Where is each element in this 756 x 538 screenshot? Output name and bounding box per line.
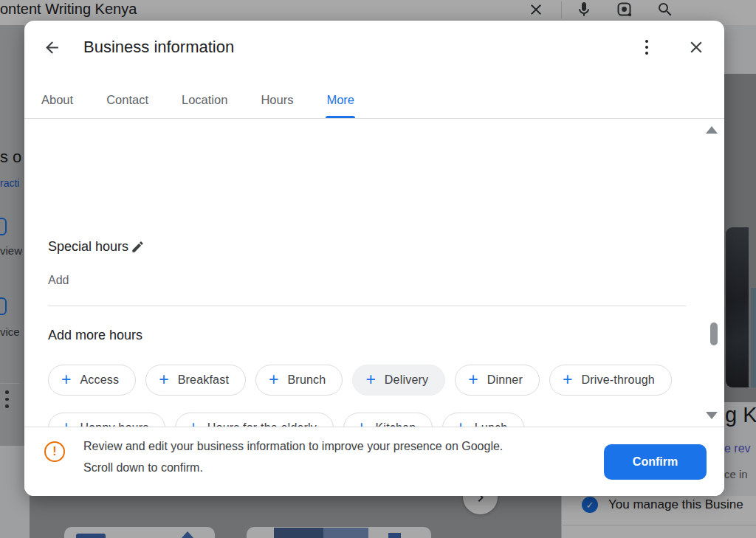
tab-more[interactable]: More [326, 81, 355, 118]
business-information-dialog: Business information AboutContactLocatio… [24, 21, 724, 496]
edit-pencil-icon [131, 240, 145, 254]
scrollbar-down-arrow[interactable] [706, 412, 718, 419]
plus-icon: + [468, 372, 478, 387]
chips: +Access+Breakfast+Brunch+Delivery+Dinner… [48, 365, 686, 427]
chip-hours-for-the-elderly[interactable]: +Hours for the elderly [175, 413, 334, 427]
chip-label: Access [80, 373, 119, 387]
special-hours-heading: Special hours [48, 239, 145, 255]
chip-drive-through[interactable]: +Drive-through [549, 365, 672, 396]
plus-icon: + [61, 420, 71, 427]
chip-label: Dinner [487, 373, 523, 387]
tab-about[interactable]: About [41, 81, 74, 118]
back-button[interactable] [35, 31, 68, 63]
section-divider [48, 306, 686, 306]
chip-label: Breakfast [178, 373, 229, 387]
edit-special-hours-button[interactable] [131, 240, 145, 255]
tab-location[interactable]: Location [181, 81, 228, 118]
scrollbar-up-arrow[interactable] [706, 126, 718, 134]
plus-icon: + [357, 420, 366, 427]
chip-label: Kitchen [376, 421, 416, 427]
tab-hours[interactable]: Hours [260, 81, 294, 118]
chip-label: Drive-through [581, 373, 655, 387]
dialog-footer: ! Review and edit your business informat… [24, 427, 724, 496]
chip-label: Happy hours [80, 421, 148, 427]
chip-label: Hours for the elderly [207, 421, 317, 427]
add-special-hours-link[interactable]: Add [48, 274, 69, 287]
kebab-icon [645, 40, 648, 55]
add-more-hours-heading: Add more hours [48, 328, 142, 343]
chip-dinner[interactable]: +Dinner [455, 365, 540, 396]
tabs: AboutContactLocationHoursMore [24, 81, 724, 119]
chip-label: Lunch [475, 421, 508, 427]
chip-kitchen[interactable]: +Kitchen [343, 413, 433, 427]
special-hours-heading-text: Special hours [48, 239, 128, 255]
plus-icon: + [456, 420, 465, 427]
chip-breakfast[interactable]: +Breakfast [145, 365, 246, 396]
warning-icon: ! [44, 441, 65, 462]
dialog-title: Business information [83, 38, 234, 57]
dialog-content: Special hours Add Add more hours +Access… [24, 119, 724, 427]
close-icon [687, 38, 706, 57]
plus-icon: + [563, 372, 572, 387]
scrollbar-thumb[interactable] [710, 323, 718, 345]
chip-lunch[interactable]: +Lunch [442, 413, 524, 427]
back-arrow-icon [43, 38, 61, 57]
more-options-button[interactable] [630, 31, 663, 63]
chip-access[interactable]: +Access [48, 365, 136, 396]
chip-brunch[interactable]: +Brunch [255, 365, 343, 396]
plus-icon: + [159, 372, 168, 387]
confirm-button[interactable]: Confirm [604, 444, 707, 480]
close-button[interactable] [680, 31, 712, 63]
screen: ontent Writing Kenya s o racti view vice [0, 0, 756, 538]
chip-label: Brunch [287, 373, 326, 387]
plus-icon: + [188, 420, 198, 427]
plus-icon: + [269, 372, 278, 387]
chip-happy-hours[interactable]: +Happy hours [48, 413, 165, 427]
plus-icon: + [365, 372, 375, 387]
chip-delivery[interactable]: +Delivery [352, 365, 445, 396]
plus-icon: + [61, 372, 71, 387]
tab-contact[interactable]: Contact [106, 81, 149, 118]
footer-message: Review and edit your business informatio… [83, 435, 512, 478]
chip-label: Delivery [385, 373, 428, 387]
